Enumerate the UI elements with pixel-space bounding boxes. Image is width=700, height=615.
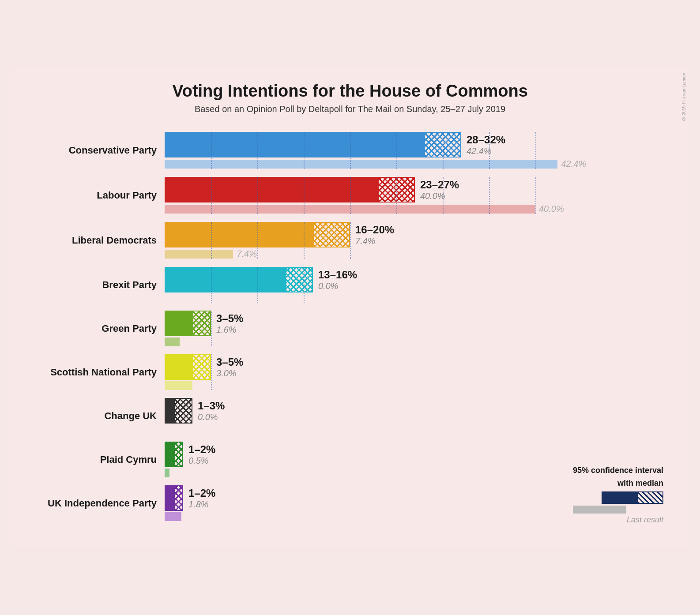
range-label: 3–5%: [216, 356, 243, 368]
bars-wrapper: 3–5%1.6%: [165, 311, 672, 346]
range-label: 16–20%: [355, 224, 394, 236]
confidence-bar: [165, 160, 557, 169]
bar-section: 3–5%1.6%: [165, 311, 672, 346]
hatch-bar: [424, 132, 461, 158]
far-right-last-label: 42.4%: [561, 159, 586, 169]
bar-section: 3–5%3.0%: [165, 354, 672, 390]
legend-confidence-text: 95% confidence interval: [573, 466, 663, 475]
solid-bar: [165, 177, 378, 202]
solid-bar: [165, 354, 192, 380]
bars-wrapper: 16–20%7.4%7.4%: [165, 222, 672, 259]
confidence-bar: [165, 469, 169, 477]
bar-section: 13–16%0.0%: [165, 267, 672, 303]
party-name: UK Independence Party: [28, 498, 165, 509]
range-label: 23–27%: [420, 179, 459, 191]
bar-section: 1–3%0.0%: [165, 398, 672, 434]
last-result-value: 0.0%: [198, 412, 225, 422]
solid-bar: [165, 485, 174, 511]
party-name: Scottish National Party: [28, 367, 165, 378]
confidence-bar: [165, 381, 192, 390]
bars-wrapper: 13–16%0.0%: [165, 267, 672, 303]
last-result-value: 3.0%: [216, 368, 243, 379]
range-label: 1–2%: [188, 487, 215, 499]
bar-section: 28–32%42.4%42.4%: [165, 132, 672, 169]
legend-with-median-text: with median: [573, 479, 663, 488]
bars-wrapper: 23–27%40.0%40.0%: [165, 177, 672, 214]
hatch-bar: [378, 177, 415, 202]
chart-container: © 2019 Flip van Laenen Voting Intentions…: [10, 68, 690, 547]
last-result-value: 42.4%: [467, 146, 505, 156]
hatch-bar: [174, 485, 183, 511]
hatch-bar: [313, 222, 350, 248]
legend-bars: [573, 491, 663, 504]
hatch-bar: [192, 354, 211, 380]
confidence-bar: [165, 512, 181, 521]
range-label: 1–3%: [198, 400, 225, 412]
far-right-last-label: 40.0%: [539, 204, 564, 214]
hatch-bar: [174, 442, 183, 467]
hatch-bar: [192, 311, 211, 336]
legend-last-bar: [573, 506, 626, 514]
solid-bar: [165, 222, 313, 248]
last-result-value: 1.8%: [188, 499, 215, 510]
party-name: Brexit Party: [28, 279, 165, 291]
solid-bar: [165, 442, 174, 467]
party-row: Conservative Party28–32%42.4%42.4%: [28, 132, 672, 169]
range-label: 1–2%: [188, 443, 215, 456]
legend-box: 95% confidence interval with median Last…: [573, 466, 663, 525]
party-row: Liberal Democrats16–20%7.4%7.4%: [28, 222, 672, 259]
chart-title: Voting Intentions for the House of Commo…: [28, 82, 672, 101]
party-row: Green Party3–5%1.6%: [28, 311, 672, 346]
bars-wrapper: 3–5%3.0%: [165, 354, 672, 390]
last-result-value: 40.0%: [420, 191, 459, 201]
range-label: 28–32%: [467, 134, 505, 146]
bar-section: 23–27%40.0%40.0%: [165, 177, 672, 214]
party-name: Plaid Cymru: [28, 454, 165, 465]
legend-last-label: Last result: [573, 515, 663, 525]
last-result-value: 1.6%: [216, 325, 243, 335]
bar-section: 16–20%7.4%7.4%: [165, 222, 672, 259]
chart-subtitle: Based on an Opinion Poll by Deltapoll fo…: [28, 104, 672, 114]
legend-hatch-bar: [637, 491, 663, 504]
hatch-bar: [174, 398, 192, 424]
confidence-bar: [165, 250, 233, 259]
solid-bar: [165, 311, 192, 336]
far-right-last-label: 7.4%: [237, 249, 257, 259]
copyright-text: © 2019 Flip van Laenen: [681, 73, 686, 121]
last-result-value: 0.5%: [188, 456, 215, 466]
range-label: 3–5%: [216, 312, 243, 325]
party-name: Change UK: [28, 410, 165, 422]
confidence-bar: [165, 205, 535, 214]
party-name: Conservative Party: [28, 145, 165, 156]
hatch-bar: [285, 267, 313, 292]
confidence-bar: [165, 338, 180, 346]
party-row: Labour Party23–27%40.0%40.0%: [28, 177, 672, 214]
last-result-value: 7.4%: [355, 236, 394, 246]
last-result-value: 0.0%: [318, 281, 357, 291]
solid-bar: [165, 267, 285, 292]
party-row: Scottish National Party3–5%3.0%: [28, 354, 672, 390]
solid-bar: [165, 132, 424, 158]
range-label: 13–16%: [318, 269, 357, 281]
legend-solid-bar: [602, 491, 637, 504]
bars-wrapper: 1–3%0.0%: [165, 398, 672, 434]
party-row: Change UK1–3%0.0%: [28, 398, 672, 434]
party-name: Liberal Democrats: [28, 235, 165, 246]
party-row: Brexit Party13–16%0.0%: [28, 267, 672, 303]
party-name: Labour Party: [28, 190, 165, 201]
party-name: Green Party: [28, 323, 165, 334]
bars-wrapper: 28–32%42.4%42.4%: [165, 132, 672, 169]
solid-bar: [165, 398, 174, 424]
